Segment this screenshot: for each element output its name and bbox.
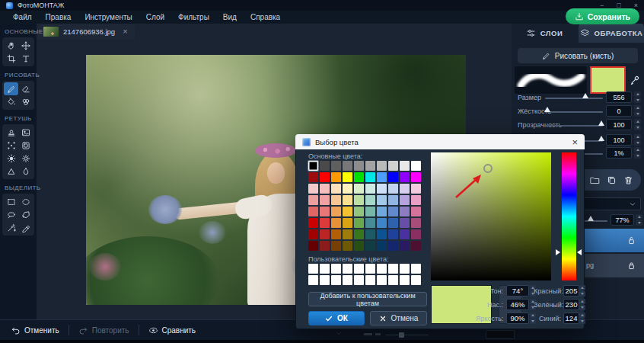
canvas-zoom-slider-thumb[interactable]	[399, 332, 404, 338]
basic-color-swatch[interactable]	[400, 241, 410, 251]
basic-color-swatch[interactable]	[354, 195, 364, 205]
basic-color-swatch[interactable]	[308, 161, 318, 171]
basic-color-swatch[interactable]	[377, 172, 387, 182]
tool-wand[interactable]	[4, 221, 18, 234]
basic-color-swatch[interactable]	[308, 184, 318, 194]
basic-color-swatch[interactable]	[308, 241, 318, 251]
basic-color-swatch[interactable]	[343, 241, 352, 251]
custom-color-swatch[interactable]	[388, 275, 398, 285]
slider-value[interactable]: 556	[606, 91, 632, 103]
custom-color-swatch[interactable]	[331, 264, 341, 274]
compare-button[interactable]: Сравнить	[148, 325, 204, 335]
custom-color-swatch[interactable]	[331, 275, 341, 285]
tool-polygon-lasso[interactable]	[18, 208, 33, 221]
custom-color-swatch[interactable]	[308, 264, 318, 274]
slider-thumb[interactable]	[598, 120, 604, 126]
basic-color-swatch[interactable]	[365, 184, 375, 194]
basic-color-swatch[interactable]	[308, 207, 318, 216]
basic-color-swatch[interactable]	[343, 218, 352, 228]
field-value[interactable]: 230	[563, 299, 579, 310]
basic-color-swatch[interactable]	[354, 229, 364, 239]
basic-color-swatch[interactable]	[331, 229, 341, 239]
layers-toolbar-trash-button[interactable]	[623, 175, 633, 185]
slider-thumb[interactable]	[544, 107, 550, 112]
tool-sun-filled[interactable]	[4, 152, 18, 165]
basic-color-swatch[interactable]	[365, 241, 375, 251]
basic-color-swatch[interactable]	[354, 218, 364, 228]
custom-color-swatch[interactable]	[388, 264, 398, 274]
custom-color-swatch[interactable]	[320, 275, 330, 285]
basic-color-swatch[interactable]	[411, 229, 421, 239]
menu-item-layer[interactable]: Слой	[139, 11, 171, 24]
basic-color-swatch[interactable]	[411, 195, 421, 205]
basic-color-swatch[interactable]	[388, 195, 398, 205]
basic-color-swatch[interactable]	[331, 161, 341, 171]
slider-thumb[interactable]	[582, 93, 588, 98]
tool-fill[interactable]	[4, 95, 18, 108]
unlock-icon[interactable]	[626, 236, 636, 245]
basic-color-swatch[interactable]	[331, 184, 341, 194]
custom-color-swatch[interactable]	[343, 264, 352, 274]
tool-shapes[interactable]	[18, 95, 33, 108]
layers-toolbar-folder-button[interactable]	[590, 175, 600, 185]
basic-color-swatch[interactable]	[354, 161, 364, 171]
opacity-value[interactable]: 77%	[611, 214, 634, 226]
basic-color-swatch[interactable]	[320, 184, 330, 194]
menu-item-view[interactable]: Вид	[216, 11, 244, 24]
tool-sun-outline[interactable]	[18, 152, 33, 165]
basic-color-swatch[interactable]	[388, 207, 398, 216]
basic-color-swatch[interactable]	[308, 229, 318, 239]
field-spinner[interactable]	[579, 313, 585, 324]
basic-color-swatch[interactable]	[377, 229, 387, 239]
brush-color-swatch[interactable]	[590, 66, 626, 94]
basic-color-swatch[interactable]	[400, 195, 410, 205]
hue-marker-left-icon[interactable]	[556, 249, 560, 255]
undo-button[interactable]: Отменить	[11, 325, 67, 335]
basic-color-swatch[interactable]	[377, 241, 387, 251]
tab-обработка[interactable]: ОБРАБОТКА	[579, 23, 644, 43]
basic-color-swatch[interactable]	[400, 229, 410, 239]
slider-thumb[interactable]	[598, 136, 604, 141]
basic-color-swatch[interactable]	[400, 218, 410, 228]
slider-track[interactable]	[545, 125, 603, 127]
basic-color-swatch[interactable]	[354, 172, 364, 182]
basic-color-swatch[interactable]	[377, 161, 387, 171]
basic-color-swatch[interactable]	[388, 172, 398, 182]
tool-brush[interactable]	[4, 82, 18, 95]
basic-color-swatch[interactable]	[377, 207, 387, 216]
custom-color-swatch[interactable]	[354, 275, 364, 285]
field-value[interactable]: 124	[563, 313, 579, 324]
custom-color-swatch[interactable]	[320, 264, 330, 274]
tool-frame[interactable]	[18, 139, 33, 152]
slider-track[interactable]	[545, 111, 603, 113]
custom-color-swatch[interactable]	[377, 275, 387, 285]
slider-value[interactable]: 100	[606, 134, 632, 146]
custom-color-swatch[interactable]	[365, 264, 375, 274]
eyedropper-icon[interactable]	[630, 72, 641, 87]
canvas-zoom-slider[interactable]	[386, 335, 429, 335]
hue-slider[interactable]	[562, 152, 576, 280]
saturation-value-field[interactable]	[431, 152, 551, 280]
tool-select-ellipse[interactable]	[18, 195, 33, 208]
basic-color-swatch[interactable]	[354, 184, 364, 194]
basic-color-swatch[interactable]	[400, 184, 410, 194]
layers-toolbar-duplicate-button[interactable]	[607, 175, 617, 185]
basic-color-swatch[interactable]	[365, 207, 375, 216]
tool-clone[interactable]	[4, 139, 18, 152]
custom-color-swatch[interactable]	[411, 275, 421, 285]
tool-text[interactable]	[18, 52, 33, 65]
basic-color-swatch[interactable]	[343, 172, 352, 182]
basic-color-swatch[interactable]	[377, 184, 387, 194]
basic-color-swatch[interactable]	[388, 184, 398, 194]
basic-color-swatch[interactable]	[343, 184, 352, 194]
tool-lasso[interactable]	[4, 208, 18, 221]
cancel-button[interactable]: Отмена	[370, 311, 427, 325]
basic-color-swatch[interactable]	[365, 161, 375, 171]
basic-color-swatch[interactable]	[308, 218, 318, 228]
basic-color-swatch[interactable]	[365, 172, 375, 182]
hue-marker-right-icon[interactable]	[577, 249, 582, 255]
basic-color-swatch[interactable]	[331, 207, 341, 216]
basic-color-swatch[interactable]	[343, 229, 352, 239]
custom-color-swatch[interactable]	[400, 275, 410, 285]
field-spinner[interactable]	[579, 299, 585, 310]
